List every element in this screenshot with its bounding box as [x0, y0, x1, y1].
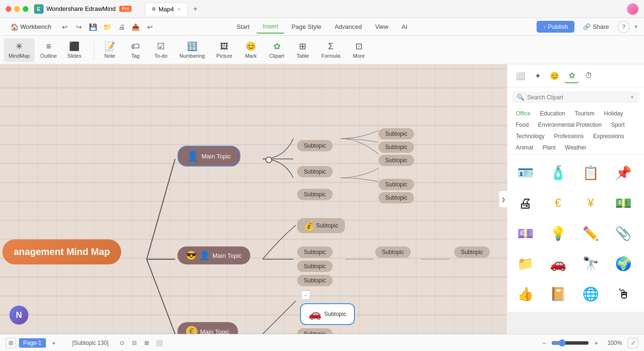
cat-plant[interactable]: Plant: [539, 143, 559, 152]
cat-professions[interactable]: Professions: [550, 132, 588, 141]
clipart-item-5[interactable]: 🖨: [511, 189, 539, 217]
cat-technology[interactable]: Technology: [512, 132, 548, 141]
undo-button[interactable]: ↩: [58, 20, 71, 34]
add-page-button[interactable]: +: [49, 338, 59, 348]
clipart-item-20[interactable]: 🖱: [609, 280, 638, 308]
add-tab-button[interactable]: +: [190, 3, 201, 15]
cat-holiday[interactable]: Holiday: [600, 109, 627, 118]
subtopic-1-4[interactable]: Subtopic: [297, 275, 333, 286]
zoom-in-button[interactable]: +: [591, 338, 601, 348]
fit-screen-icon[interactable]: ⊙: [117, 338, 127, 348]
maximize-button[interactable]: [23, 6, 28, 12]
table-button[interactable]: ⊞ Table: [291, 38, 315, 62]
menu-insert[interactable]: Insert: [256, 20, 285, 34]
clipart-item-17[interactable]: 👍: [511, 280, 539, 308]
sub-sub-1[interactable]: Subtopic: [379, 128, 414, 140]
publish-button[interactable]: ↑ Publish: [537, 21, 574, 33]
clipart-item-6[interactable]: €: [544, 189, 572, 217]
fullscreen-icon[interactable]: ⬜: [154, 338, 164, 348]
clipart-item-8[interactable]: 💵: [609, 189, 638, 217]
outline-view-button[interactable]: ≡ Outline: [35, 38, 62, 62]
print-button[interactable]: 🖨: [115, 20, 128, 34]
sub-sub-2[interactable]: Subtopic: [379, 141, 414, 153]
subtopic-c1[interactable]: Subtopic: [454, 246, 490, 258]
cat-office[interactable]: Office: [512, 109, 534, 118]
sub-sub-4[interactable]: Subtopic: [379, 179, 414, 190]
zoom-out-button[interactable]: −: [539, 338, 549, 348]
clipart-item-14[interactable]: 🚗: [544, 249, 572, 278]
panel-toggle-button[interactable]: ❯: [499, 191, 507, 208]
clipart-item-1[interactable]: 🪪: [511, 158, 539, 187]
cat-tourism[interactable]: Tourism: [571, 109, 599, 118]
todo-button[interactable]: ☑ To-do: [149, 38, 173, 62]
canvas[interactable]: anagement Mind Map 👤 Main Topic 😎 👤 Main…: [0, 64, 507, 334]
sub-t1-3[interactable]: Subtopic: [297, 189, 333, 200]
clipart-item-16[interactable]: 🌍: [609, 249, 638, 278]
minimize-button[interactable]: [14, 6, 20, 12]
emoji-panel-button[interactable]: 😊: [547, 68, 562, 83]
main-title[interactable]: anagement Mind Map: [2, 239, 121, 264]
sub-t1-1[interactable]: Subtopic: [297, 140, 333, 151]
share-button[interactable]: 🔗 Share: [578, 21, 614, 33]
menu-page-style[interactable]: Page Style: [285, 20, 328, 33]
menu-advanced[interactable]: Advanced: [328, 20, 369, 33]
sub-sub-3[interactable]: Subtopic: [379, 155, 414, 166]
formula-button[interactable]: Σ Formula: [317, 38, 345, 62]
clipart-item-12[interactable]: 📎: [609, 219, 638, 247]
search-dropdown-icon[interactable]: ▼: [630, 95, 635, 100]
tag-button[interactable]: 🏷 Tag: [124, 38, 147, 62]
slides-view-button[interactable]: ⬛ Slides: [62, 38, 86, 62]
ai-panel-button[interactable]: ✦: [530, 68, 545, 83]
shape-panel-button[interactable]: ⬜: [513, 68, 528, 83]
workbench-button[interactable]: 🏠 Workbench: [6, 21, 56, 33]
clipart-item-3[interactable]: 📋: [577, 158, 605, 187]
panel-toggle-left[interactable]: ⊞: [6, 338, 16, 348]
main-topic-2[interactable]: 😎 👤 Main Topic: [177, 246, 250, 264]
menu-ai[interactable]: AI: [395, 20, 414, 33]
save-button[interactable]: 💾: [87, 20, 100, 34]
subtopic-1-2[interactable]: Subtopic: [297, 246, 333, 258]
layout-icon[interactable]: ⊟: [129, 338, 140, 348]
clipart-search-input[interactable]: [527, 94, 627, 101]
zoom-slider[interactable]: [551, 339, 589, 347]
clipart-item-19[interactable]: 🌐: [577, 280, 605, 308]
window-controls[interactable]: [6, 6, 28, 12]
subtopic-1-1[interactable]: 💰 Subtopic: [297, 218, 345, 233]
numbering-button[interactable]: 🔢 Numbering: [175, 38, 210, 62]
clipart-item-18[interactable]: 📔: [544, 280, 572, 308]
clipart-panel-button[interactable]: ✿: [564, 68, 579, 83]
sub-t1-2[interactable]: Subtopic: [297, 166, 333, 177]
picture-button[interactable]: 🖼 Picture: [212, 38, 237, 62]
sub-t3-1[interactable]: Subtopic: [297, 328, 333, 334]
reset-zoom-button[interactable]: ⤢: [628, 338, 638, 348]
export-button[interactable]: 📤: [129, 20, 142, 34]
map4-tab[interactable]: Map4 ✕: [145, 2, 188, 16]
chevron-down-icon[interactable]: ▼: [634, 24, 638, 29]
cat-weather[interactable]: Weather: [561, 143, 590, 152]
cat-animal[interactable]: Animal: [512, 143, 537, 152]
expand-icon[interactable]: ⊠: [141, 338, 152, 348]
cat-sport[interactable]: Sport: [607, 120, 628, 130]
clipart-item-15[interactable]: 🔭: [577, 249, 605, 278]
main-topic-1[interactable]: 👤 Main Topic: [177, 146, 240, 167]
mark-button[interactable]: 😊 Mark: [239, 38, 263, 62]
clipart-item-4[interactable]: 📌: [609, 158, 638, 187]
menu-start[interactable]: Start: [230, 20, 256, 33]
close-button[interactable]: [6, 6, 11, 12]
current-page-indicator[interactable]: Page-1: [19, 338, 46, 348]
clipart-item-2[interactable]: 🧴: [544, 158, 572, 187]
more-nav-button[interactable]: ↩: [143, 20, 157, 34]
timer-panel-button[interactable]: ⏱: [581, 68, 596, 83]
clipart-button[interactable]: ✿ Clipart: [265, 38, 289, 62]
cat-education[interactable]: Education: [536, 109, 569, 118]
subtopic-b1[interactable]: Subtopic: [375, 246, 411, 258]
folder-button[interactable]: 📁: [101, 20, 114, 34]
user-avatar[interactable]: [627, 3, 638, 15]
cat-food[interactable]: Food: [512, 120, 532, 130]
clipart-item-10[interactable]: 💡: [544, 219, 572, 247]
help-button[interactable]: ?: [618, 21, 630, 33]
cat-expressions[interactable]: Expressions: [589, 132, 627, 141]
collapse-button[interactable]: −: [301, 290, 310, 300]
subtopic-selected[interactable]: 🚗 Subtopic: [300, 303, 355, 325]
menu-view[interactable]: View: [369, 20, 395, 33]
